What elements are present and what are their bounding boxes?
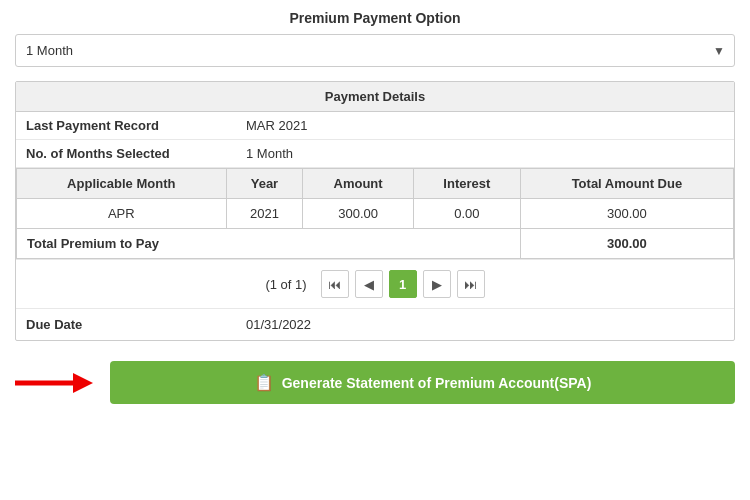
last-payment-record-value: MAR 2021 — [246, 118, 307, 133]
generate-btn-label: Generate Statement of Premium Account(SP… — [282, 375, 592, 391]
total-premium-row: Total Premium to Pay 300.00 — [17, 229, 734, 259]
months-selected-label: No. of Months Selected — [26, 146, 246, 161]
table-row: APR 2021 300.00 0.00 300.00 — [17, 199, 734, 229]
col-interest: Interest — [413, 169, 520, 199]
total-premium-label: Total Premium to Pay — [17, 229, 521, 259]
last-payment-record-row: Last Payment Record MAR 2021 — [16, 112, 734, 140]
col-total-amount-due: Total Amount Due — [520, 169, 733, 199]
payment-option-select[interactable]: 1 Month 2 Months 3 Months 6 Months 12 Mo… — [15, 34, 735, 67]
red-arrow-icon — [15, 368, 95, 398]
payment-table: Applicable Month Year Amount Interest To… — [16, 168, 734, 259]
total-premium-value: 300.00 — [520, 229, 733, 259]
payment-details-box: Payment Details Last Payment Record MAR … — [15, 81, 735, 341]
months-selected-row: No. of Months Selected 1 Month — [16, 140, 734, 168]
arrow-indicator — [15, 368, 95, 398]
current-page-button[interactable]: 1 — [389, 270, 417, 298]
last-page-button[interactable]: ⏭ — [457, 270, 485, 298]
last-payment-record-label: Last Payment Record — [26, 118, 246, 133]
page-title: Premium Payment Option — [15, 10, 735, 26]
cell-applicable-month: APR — [17, 199, 227, 229]
payment-details-header: Payment Details — [16, 82, 734, 112]
generate-spa-button[interactable]: 📋 Generate Statement of Premium Account(… — [110, 361, 735, 404]
col-amount: Amount — [303, 169, 414, 199]
months-selected-value: 1 Month — [246, 146, 293, 161]
pagination-row: (1 of 1) ⏮ ◀ 1 ▶ ⏭ — [16, 259, 734, 308]
cell-year: 2021 — [226, 199, 303, 229]
svg-marker-1 — [73, 373, 93, 393]
cell-total-amount-due: 300.00 — [520, 199, 733, 229]
cell-amount: 300.00 — [303, 199, 414, 229]
cell-interest: 0.00 — [413, 199, 520, 229]
document-icon: 📋 — [254, 373, 274, 392]
col-year: Year — [226, 169, 303, 199]
prev-page-button[interactable]: ◀ — [355, 270, 383, 298]
table-header-row: Applicable Month Year Amount Interest To… — [17, 169, 734, 199]
payment-option-dropdown-wrapper: 1 Month 2 Months 3 Months 6 Months 12 Mo… — [15, 34, 735, 67]
due-date-value: 01/31/2022 — [246, 317, 311, 332]
pagination-info: (1 of 1) — [265, 277, 306, 292]
due-date-row: Due Date 01/31/2022 — [16, 308, 734, 340]
next-page-button[interactable]: ▶ — [423, 270, 451, 298]
first-page-button[interactable]: ⏮ — [321, 270, 349, 298]
bottom-action-area: 📋 Generate Statement of Premium Account(… — [15, 361, 735, 404]
col-applicable-month: Applicable Month — [17, 169, 227, 199]
due-date-label: Due Date — [26, 317, 246, 332]
